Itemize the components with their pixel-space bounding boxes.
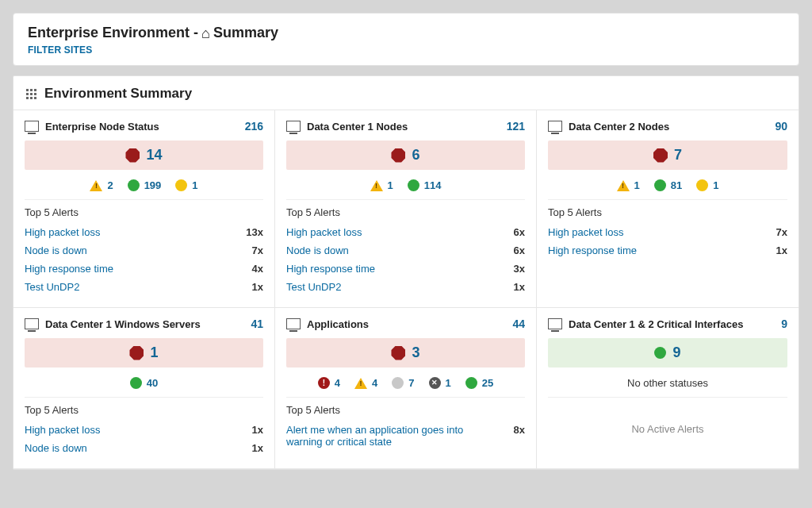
alert-row: Alert me when an application goes into w…	[286, 421, 525, 451]
status-banner[interactable]: 6	[286, 140, 525, 170]
card-total[interactable]: 216	[245, 120, 263, 133]
card-title: Data Center 1 Windows Servers	[45, 318, 201, 330]
page-title-prefix: Enterprise Environment -	[28, 25, 198, 41]
status-value: 114	[424, 179, 442, 191]
card-header: Data Center 2 Nodes90	[548, 120, 787, 133]
critical-octagon-icon	[391, 148, 405, 163]
status-row: 1114	[286, 175, 525, 200]
status-value: 1	[713, 179, 718, 191]
status-chip[interactable]: 1	[370, 179, 393, 191]
status-chip[interactable]: 1	[617, 179, 640, 191]
status-banner[interactable]: 9	[548, 338, 787, 368]
alert-count: 7x	[776, 226, 787, 238]
alert-row: Node is down6x	[286, 241, 525, 260]
alert-link[interactable]: Node is down	[25, 442, 87, 454]
monitor-icon	[25, 121, 39, 132]
warning-triangle-icon	[617, 180, 630, 191]
alert-link[interactable]: High response time	[25, 263, 113, 275]
summary-card: Data Center 1 & 2 Critical Interfaces99N…	[537, 308, 799, 469]
alert-link[interactable]: Node is down	[286, 244, 349, 256]
status-chip[interactable]: 199	[128, 179, 162, 191]
status-banner[interactable]: 7	[548, 140, 787, 170]
summary-card: Data Center 1 Windows Servers41140Top 5 …	[13, 308, 275, 469]
banner-value: 7	[674, 147, 682, 164]
no-other-statuses: No other statuses	[548, 372, 787, 398]
alert-link[interactable]: High packet loss	[548, 226, 623, 238]
up-circle-icon	[128, 179, 140, 191]
summary-card: Data Center 2 Nodes9071811Top 5 AlertsHi…	[537, 110, 799, 308]
alert-link[interactable]: High packet loss	[25, 424, 100, 436]
down-x-icon	[429, 377, 441, 389]
monitor-icon	[286, 318, 301, 329]
alert-count: 1x	[252, 442, 263, 454]
alert-link[interactable]: Alert me when an application goes into w…	[286, 424, 482, 448]
top-alerts-label: Top 5 Alerts	[286, 404, 525, 416]
alert-row: High packet loss13x	[25, 223, 263, 241]
card-total[interactable]: 9	[781, 318, 787, 330]
critical-bang-icon	[318, 377, 330, 389]
alert-link[interactable]: Test UnDP2	[286, 281, 341, 293]
alert-count: 6x	[514, 244, 525, 256]
card-header: Data Center 1 & 2 Critical Interfaces9	[548, 318, 787, 330]
top-alerts-label: Top 5 Alerts	[548, 206, 787, 218]
banner-value: 1	[150, 344, 158, 361]
panel-header: Environment Summary	[13, 76, 799, 110]
status-chip[interactable]: 25	[465, 377, 493, 389]
alert-link[interactable]: High response time	[548, 244, 637, 256]
status-chip[interactable]: 1	[696, 179, 718, 191]
status-value: 7	[408, 377, 414, 389]
alert-row: Test UnDP21x	[286, 278, 525, 296]
monitor-icon	[548, 121, 562, 132]
status-chip[interactable]: 1	[429, 377, 451, 389]
alert-count: 1x	[252, 424, 263, 436]
card-title: Enterprise Node Status	[45, 121, 159, 133]
alert-count: 1x	[514, 281, 525, 293]
warning-triangle-icon	[370, 180, 383, 191]
card-total[interactable]: 121	[507, 120, 525, 133]
up-circle-icon	[408, 179, 419, 191]
status-row: 21991	[25, 175, 263, 200]
alert-count: 7x	[252, 244, 263, 256]
gray-circle-icon	[392, 377, 404, 389]
card-total[interactable]: 44	[512, 318, 525, 330]
alert-row: High response time1x	[548, 241, 787, 260]
status-chip[interactable]: 4	[318, 377, 340, 389]
monitor-icon	[548, 318, 562, 329]
environment-summary-panel: Environment Summary Enterprise Node Stat…	[13, 75, 799, 470]
status-banner[interactable]: 1	[25, 338, 263, 368]
banner-value: 3	[412, 344, 419, 361]
card-header: Data Center 1 Nodes121	[286, 120, 525, 133]
card-header: Applications44	[286, 318, 525, 330]
card-total[interactable]: 90	[775, 120, 787, 133]
top-alerts-label: Top 5 Alerts	[25, 206, 263, 218]
status-chip[interactable]: 114	[408, 179, 442, 191]
card-header: Enterprise Node Status216	[25, 120, 263, 133]
status-banner[interactable]: 14	[25, 140, 263, 170]
status-value: 199	[144, 179, 162, 191]
up-circle-icon	[654, 179, 666, 191]
alert-row: High response time3x	[286, 260, 525, 278]
status-chip[interactable]: 4	[354, 377, 377, 389]
status-value: 25	[482, 377, 493, 389]
banner-value: 6	[412, 147, 419, 164]
status-chip[interactable]: 81	[654, 179, 682, 191]
status-value: 4	[335, 377, 340, 389]
filter-sites-link[interactable]: FILTER SITES	[28, 44, 93, 56]
status-banner[interactable]: 3	[286, 338, 525, 368]
card-total[interactable]: 41	[251, 318, 263, 330]
status-chip[interactable]: 40	[130, 377, 158, 389]
alert-count: 6x	[514, 226, 525, 238]
alert-link[interactable]: High packet loss	[286, 226, 362, 238]
alert-link[interactable]: High response time	[286, 263, 375, 275]
alert-link[interactable]: Test UnDP2	[25, 281, 79, 293]
alert-link[interactable]: Node is down	[25, 244, 87, 256]
up-circle-icon	[465, 377, 477, 389]
warning-triangle-icon	[90, 180, 102, 191]
page-header: Enterprise Environment - ⌂ Summary FILTE…	[13, 13, 799, 66]
status-chip[interactable]: 1	[175, 179, 197, 191]
status-chip[interactable]: 7	[392, 377, 414, 389]
alert-link[interactable]: High packet loss	[25, 226, 100, 238]
alert-count: 1x	[776, 244, 787, 256]
drag-handle-icon[interactable]	[26, 89, 36, 99]
status-chip[interactable]: 2	[90, 179, 113, 191]
